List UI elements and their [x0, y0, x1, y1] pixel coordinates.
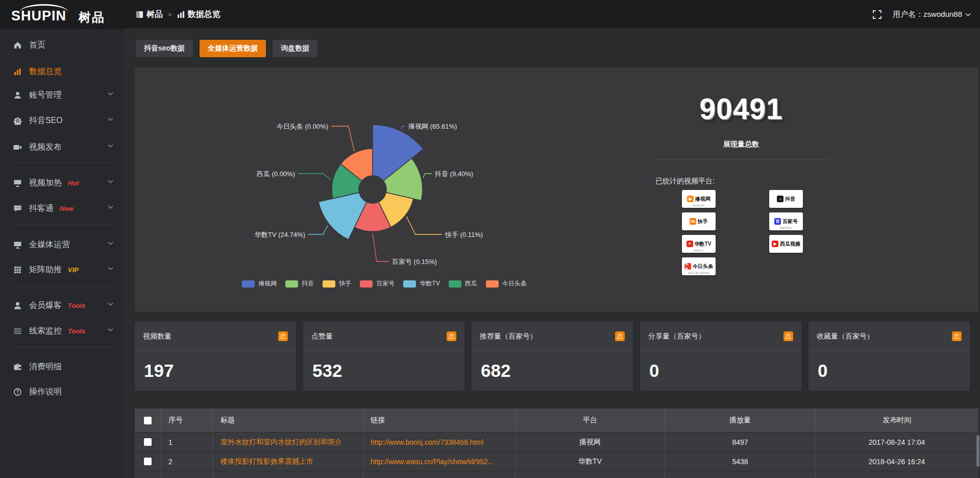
legend-item-抖音[interactable]: 抖音 — [285, 279, 314, 288]
platform-logo-xigua-logo[interactable]: ▶ 西瓜视频 — [769, 235, 803, 253]
stat-card-3: 推荐量（百家号） 总 682 — [472, 322, 633, 391]
platform-name: 西瓜视频 — [780, 241, 800, 248]
platform-logo-douyin-logo[interactable]: ♪ 抖音 — [769, 190, 803, 208]
cell-platform — [516, 471, 665, 478]
app-logo[interactable]: SHUPIN 树品 — [8, 4, 115, 26]
select-all-checkbox[interactable] — [144, 417, 152, 424]
legend-label: 百家号 — [376, 279, 395, 288]
kuaishou-logo: 86 — [690, 218, 696, 225]
monitor-flame-icon — [13, 179, 22, 187]
platform-logo-kuaishou-logo[interactable]: 86 快手 — [682, 212, 716, 230]
bar-chart-icon — [13, 67, 22, 76]
col-header-link: 链接 — [363, 409, 516, 432]
sidebar-item-4[interactable]: 抖音SEO — [0, 110, 124, 131]
stat-card-value: 682 — [481, 361, 510, 381]
grid-icon — [13, 266, 22, 274]
legend-item-华数TV[interactable]: 华数TV — [403, 279, 439, 288]
tab-3[interactable]: 询盘数据 — [273, 40, 317, 57]
page-scrollbar[interactable] — [976, 0, 979, 478]
cell-url-link[interactable]: http://www.boosj.com/7338468.html — [363, 433, 516, 451]
sidebar-item-10[interactable]: 会员爆客Tools — [0, 295, 124, 316]
stat-card-label: 视频数量 — [143, 332, 172, 341]
sidebar-item-label: 首页 — [29, 40, 45, 51]
monitor-icon — [13, 241, 22, 249]
legend-item-百家号[interactable]: 百家号 — [360, 279, 395, 288]
platform-name: 播视网 — [695, 196, 710, 203]
sidebar-item-13[interactable]: 操作说明 — [0, 381, 124, 402]
sidebar-item-7[interactable]: 抖客通New — [0, 198, 124, 219]
pie-label-line — [331, 126, 354, 151]
platform-name: 今日头条 — [693, 263, 713, 270]
platform-logo-baijiahao-logo[interactable]: 百 百家号百家号官方 — [769, 212, 803, 230]
legend-item-西瓜[interactable]: 西瓜 — [449, 279, 477, 288]
row-select-cell — [135, 433, 161, 451]
sidebar-item-9[interactable]: 矩阵助推VIP — [0, 259, 124, 280]
total-badge[interactable]: 总 — [615, 331, 625, 341]
pie-label-华数TV: 华数TV (24.74%) — [255, 231, 305, 238]
breadcrumb-item-home[interactable]: 树品 — [136, 9, 163, 20]
stat-card-2: 点赞量 总 532 — [303, 322, 464, 391]
douyin-logo: ♪ — [777, 196, 783, 202]
tab-1[interactable]: 抖音seo数据 — [136, 40, 193, 57]
stat-cards-row: 视频数量 总 197 点赞量 总 532 推荐量（百家号） 总 682 分享量（… — [135, 322, 978, 391]
sidebar-item-11[interactable]: 线索监控Tools — [0, 321, 124, 341]
cell-plays: 8497 — [665, 433, 816, 451]
pie-slice-华数TV[interactable] — [318, 193, 366, 240]
legend-item-今日头条[interactable]: 今日头条 — [486, 279, 527, 288]
sidebar-item-label: 账号管理 — [29, 90, 62, 101]
row-checkbox[interactable] — [144, 458, 152, 465]
row-select-cell — [135, 452, 161, 471]
legend-swatch — [242, 280, 255, 288]
pie-label-line — [298, 174, 331, 180]
total-badge[interactable]: 总 — [783, 331, 793, 341]
chat-bubble-icon — [13, 204, 22, 213]
sidebar-item-badge: New — [60, 205, 74, 212]
chevron-down-icon — [108, 242, 113, 246]
stat-card-header: 视频数量 总 — [135, 322, 296, 351]
rose-chart-svg: 播视网 (65.61%)抖音 (9.40%)快手 (0.11%)百家号 (0.1… — [135, 67, 634, 292]
platform-logo-wasu-logo[interactable]: ✶ 华数TVwasu.cn — [682, 235, 716, 253]
logo-text-cn: 树品 — [79, 9, 105, 26]
person-icon — [13, 301, 22, 310]
cell-title-link[interactable]: 楼体投影灯投影效果震撼上市 — [213, 452, 363, 471]
pie-label-line — [401, 126, 405, 130]
sidebar-item-2[interactable]: 数据总览 — [0, 61, 124, 82]
table-row-2: 2 楼体投影灯投影效果震撼上市 http://www.wasu.cn/Play/… — [135, 452, 978, 471]
tab-2[interactable]: 全媒体运营数据 — [200, 40, 266, 57]
cell-time: 2017-08-24 17:04 — [816, 433, 978, 451]
fullscreen-icon[interactable] — [873, 10, 881, 19]
sidebar-item-3[interactable]: 账号管理 — [0, 85, 124, 105]
sidebar-item-label: 视频加热 — [29, 178, 62, 188]
legend-item-快手[interactable]: 快手 — [323, 279, 351, 288]
breadcrumb-separator: > — [168, 11, 172, 18]
pie-label-百家号: 百家号 (0.15%) — [392, 258, 437, 266]
total-badge[interactable]: 总 — [447, 331, 456, 341]
breadcrumb-item-current[interactable]: 数据总览 — [177, 9, 220, 20]
legend-label: 华数TV — [420, 279, 439, 288]
user-menu[interactable]: 用户名：zswodun88 — [893, 10, 971, 19]
row-checkbox[interactable] — [144, 438, 152, 446]
sidebar-item-12[interactable]: 消费明细 — [0, 356, 124, 377]
rose-chart: 播视网 (65.61%)抖音 (9.40%)快手 (0.11%)百家号 (0.1… — [135, 67, 634, 292]
topbar-right: 用户名：zswodun88 — [873, 0, 971, 29]
platform-logo-boosj-logo[interactable]: ▶ 播视网boosj.com — [682, 190, 716, 208]
stat-card-label: 分享量（百家号） — [648, 332, 705, 341]
cell-title-link[interactable]: 室外水纹灯和室内水纹灯的区别和简介 — [213, 433, 363, 451]
sidebar-item-1[interactable]: 首页 — [0, 35, 124, 55]
total-badge[interactable]: 总 — [278, 331, 288, 341]
sidebar-item-8[interactable]: 全媒体运营 — [0, 234, 124, 255]
total-impressions-value: 90491 — [634, 92, 848, 126]
scrollbar-thumb[interactable] — [976, 435, 979, 467]
legend-item-播视网[interactable]: 播视网 — [242, 279, 277, 288]
platform-subtext: 百家号官方 — [769, 226, 803, 229]
total-badge[interactable]: 总 — [952, 331, 962, 341]
cell-url-link[interactable]: http://www.wasu.cn/Play/show/id/952... — [363, 452, 516, 471]
stat-card-header: 分享量（百家号） 总 — [640, 322, 801, 351]
platform-logo-toutiao-logo[interactable]: 头条 今日头条你关心的 才是头条 — [682, 257, 716, 275]
sidebar-item-5[interactable]: 视频发布 — [0, 137, 124, 157]
overview-panel: 播视网 (65.61%)抖音 (9.40%)快手 (0.11%)百家号 (0.1… — [135, 67, 978, 312]
top-bar: SHUPIN 树品 树品 > 数据总览 用户名：zswodun88 — [0, 0, 980, 29]
chevron-down-icon — [108, 180, 113, 184]
legend-label: 抖音 — [302, 279, 314, 288]
sidebar-item-6[interactable]: 视频加热Hot — [0, 173, 124, 193]
